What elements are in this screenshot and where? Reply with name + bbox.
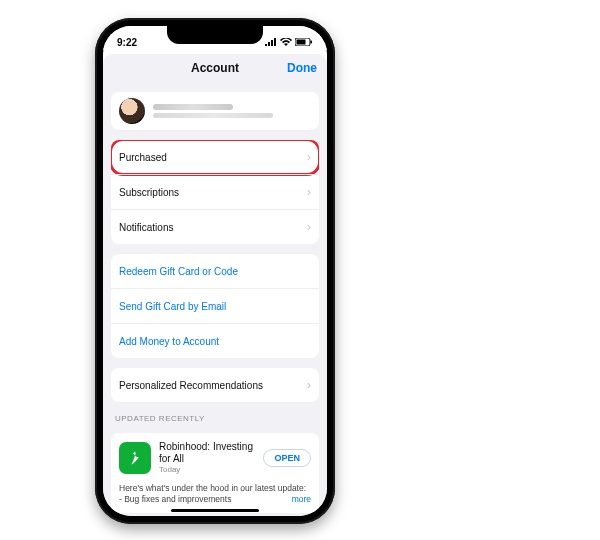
personalized-group: Personalized Recommendations › <box>111 368 319 402</box>
profile-row[interactable] <box>111 92 319 130</box>
avatar <box>119 98 145 124</box>
app-sub: Today <box>159 465 263 475</box>
app-name: Robinhood: Investing for All <box>159 441 263 465</box>
account-sheet: Account Done Purchased <box>103 54 327 516</box>
notifications-row[interactable]: Notifications › <box>111 209 319 244</box>
send-gift-label: Send Gift Card by Email <box>119 301 311 312</box>
updated-app-card-0: Robinhood: Investing for All Today OPEN … <box>111 433 319 513</box>
add-money-row[interactable]: Add Money to Account <box>111 323 319 358</box>
send-gift-row[interactable]: Send Gift Card by Email <box>111 288 319 323</box>
app-icon-robinhood <box>119 442 151 474</box>
chevron-right-icon: › <box>307 150 311 164</box>
profile-email-redacted <box>153 113 273 118</box>
page-title: Account <box>191 61 239 75</box>
more-link[interactable]: more <box>292 494 311 505</box>
app-row[interactable]: Robinhood: Investing for All Today OPEN <box>111 433 319 483</box>
wifi-icon <box>280 37 292 48</box>
add-money-label: Add Money to Account <box>119 336 311 347</box>
nav-bar: Account Done <box>103 54 327 82</box>
signal-icon <box>265 37 277 48</box>
phone-frame: 9:22 Account Done <box>95 18 335 524</box>
purchased-label: Purchased <box>119 152 303 163</box>
home-indicator[interactable] <box>171 509 259 512</box>
profile-name-redacted <box>153 104 233 110</box>
subscriptions-row[interactable]: Subscriptions › <box>111 174 319 209</box>
redeem-row[interactable]: Redeem Gift Card or Code <box>111 254 319 288</box>
screen: 9:22 Account Done <box>103 26 327 516</box>
svg-rect-1 <box>297 40 306 45</box>
personalized-row[interactable]: Personalized Recommendations › <box>111 368 319 402</box>
notch <box>167 26 263 44</box>
account-menu-group: Purchased › Subscriptions › Notification… <box>111 140 319 244</box>
update-note-text: Here's what's under the hood in our late… <box>119 483 306 504</box>
redeem-label: Redeem Gift Card or Code <box>119 266 311 277</box>
personalized-label: Personalized Recommendations <box>119 380 303 391</box>
profile-group <box>111 92 319 130</box>
chevron-right-icon: › <box>307 220 311 234</box>
subscriptions-label: Subscriptions <box>119 187 303 198</box>
done-button[interactable]: Done <box>239 61 317 75</box>
svg-rect-2 <box>311 41 313 44</box>
chevron-right-icon: › <box>307 378 311 392</box>
status-time: 9:22 <box>117 37 137 48</box>
purchased-row[interactable]: Purchased › <box>111 140 319 174</box>
updated-recently-header: UPDATED RECENTLY <box>115 414 315 423</box>
battery-icon <box>295 37 313 48</box>
gift-card-group: Redeem Gift Card or Code Send Gift Card … <box>111 254 319 358</box>
open-button[interactable]: OPEN <box>263 449 311 467</box>
chevron-right-icon: › <box>307 185 311 199</box>
notifications-label: Notifications <box>119 222 303 233</box>
